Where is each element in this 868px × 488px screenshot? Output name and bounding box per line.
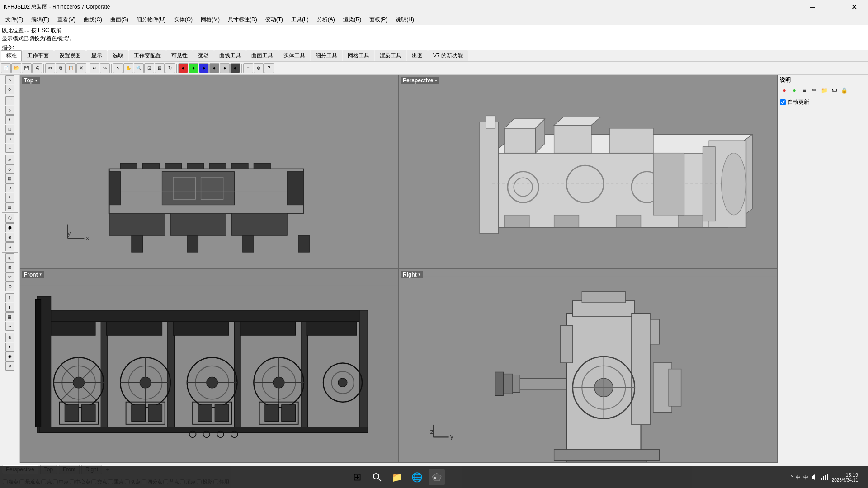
network-icon[interactable] xyxy=(821,474,828,481)
menu-mesh[interactable]: 网格(M) xyxy=(197,15,223,24)
menu-surface[interactable]: 曲面(S) xyxy=(107,15,132,24)
viewport-perspective[interactable]: Perspective ▼ xyxy=(399,75,778,269)
menu-edit[interactable]: 编辑(E) xyxy=(28,15,53,24)
lt-analyze2[interactable]: ⊚ xyxy=(5,361,14,371)
tab-setview[interactable]: 设置视图 xyxy=(54,50,86,61)
auto-update-checkbox[interactable] xyxy=(780,99,786,105)
viewport-front-label[interactable]: Front ▼ xyxy=(22,271,44,278)
menu-solid[interactable]: 实体(O) xyxy=(170,15,196,24)
rp-icon-folder[interactable]: 📁 xyxy=(820,86,829,95)
lt-analyze1[interactable]: ◉ xyxy=(5,352,14,361)
lt-loft[interactable]: ▥ xyxy=(5,202,14,211)
rp-icon-layers[interactable]: ≡ xyxy=(800,86,809,95)
menu-subdivide[interactable]: 细分物件(U) xyxy=(133,15,170,24)
menu-file[interactable]: 文件(F) xyxy=(2,15,27,24)
lt-transform2[interactable]: ⟲ xyxy=(5,282,14,291)
rp-icon-circle-red[interactable]: ● xyxy=(780,86,789,95)
zoom-selected-button[interactable]: ⊞ xyxy=(155,63,165,73)
viewport-perspective-label[interactable]: Perspective ▼ xyxy=(401,77,439,84)
cut-button[interactable]: ✂ xyxy=(45,63,55,73)
minimize-button[interactable]: ─ xyxy=(802,0,823,14)
lt-mesh1[interactable]: ⊞ xyxy=(5,253,14,263)
rotate-button[interactable]: ↻ xyxy=(165,63,175,73)
open-button[interactable]: 📂 xyxy=(11,63,21,73)
save-button[interactable]: 💾 xyxy=(22,63,32,73)
rp-icon-pencil[interactable]: ✏ xyxy=(810,86,819,95)
lt-line[interactable]: / xyxy=(5,115,14,124)
tab-viewport-config[interactable]: 工作窗配置 xyxy=(129,50,166,61)
color4-button[interactable]: ● xyxy=(220,63,230,73)
print-button[interactable]: 🖨 xyxy=(32,63,42,73)
copy-button[interactable]: ⧉ xyxy=(56,63,66,73)
lt-extrude[interactable]: ▤ xyxy=(5,174,14,183)
lt-arc[interactable]: ∩ xyxy=(5,134,14,143)
tab-display[interactable]: 显示 xyxy=(86,50,107,61)
lt-snap2[interactable]: ✦ xyxy=(5,343,14,352)
speaker-icon[interactable] xyxy=(811,474,818,481)
menu-analyze[interactable]: 分析(A) xyxy=(313,15,339,24)
color3-button[interactable]: ● xyxy=(209,63,219,73)
rp-icon-tag[interactable]: 🏷 xyxy=(830,86,839,95)
color2-button[interactable]: ● xyxy=(199,63,209,73)
lt-surface2[interactable]: ◇ xyxy=(5,164,14,174)
paste-button[interactable]: 📋 xyxy=(66,63,76,73)
lt-freeform[interactable]: ~ xyxy=(5,144,14,153)
tab-v7-new[interactable]: V7 的新功能 xyxy=(428,50,468,61)
tab-solid-tools[interactable]: 实体工具 xyxy=(278,50,310,61)
select-button[interactable]: ↖ xyxy=(113,63,123,73)
tab-select[interactable]: 选取 xyxy=(108,50,128,61)
rhino-button[interactable]: R xyxy=(429,469,445,485)
lt-surface1[interactable]: ▱ xyxy=(5,155,14,164)
delete-button[interactable]: ✕ xyxy=(76,63,86,73)
lt-annotate[interactable]: ⤵ xyxy=(5,293,14,302)
lt-curve1[interactable]: ⌒ xyxy=(5,96,14,105)
tab-curve-tools[interactable]: 曲线工具 xyxy=(214,50,246,61)
command-input[interactable] xyxy=(16,44,151,51)
lt-text[interactable]: T xyxy=(5,303,14,312)
pan-button[interactable]: ✋ xyxy=(123,63,133,73)
tab-subdivide-tools[interactable]: 细分工具 xyxy=(311,50,342,61)
rp-icon-circle-green[interactable]: ● xyxy=(790,86,799,95)
clock[interactable]: 15:19 2023/9/34:11 xyxy=(832,472,858,483)
menu-panel[interactable]: 面板(P) xyxy=(366,15,391,24)
tray-ime2[interactable]: 中 xyxy=(803,474,808,481)
tab-transform[interactable]: 变动 xyxy=(193,50,214,61)
lt-select[interactable]: ↖ xyxy=(5,75,14,84)
redo-button[interactable]: ↪ xyxy=(100,63,110,73)
menu-transform[interactable]: 变动(T) xyxy=(262,15,287,24)
tab-render-tools[interactable]: 渲染工具 xyxy=(375,50,406,61)
search-button[interactable] xyxy=(369,469,385,485)
tab-mesh-tools[interactable]: 网格工具 xyxy=(343,50,374,61)
lt-transform1[interactable]: ⟳ xyxy=(5,272,14,282)
show-desktop-button[interactable] xyxy=(862,469,864,485)
menu-curve[interactable]: 曲线(C) xyxy=(80,15,106,24)
tray-ime1[interactable]: 中 xyxy=(796,474,801,481)
lt-hatch[interactable]: ▦ xyxy=(5,312,14,321)
start-button[interactable]: ⊞ xyxy=(349,469,365,485)
viewport-right-label[interactable]: Right ▼ xyxy=(401,271,423,278)
viewport-front[interactable]: Front ▼ xyxy=(20,269,399,463)
material-button[interactable]: ● xyxy=(178,63,188,73)
file-explorer-button[interactable]: 📁 xyxy=(389,469,405,485)
new-file-button[interactable]: 📄 xyxy=(1,63,11,73)
zoom-button[interactable]: 🔍 xyxy=(134,63,144,73)
lt-solid2[interactable]: ⬢ xyxy=(5,223,14,232)
layer-button[interactable]: ≡ xyxy=(243,63,253,73)
edge-browser-button[interactable]: 🌐 xyxy=(409,469,425,485)
lt-select2[interactable]: ⊹ xyxy=(5,85,14,94)
menu-view[interactable]: 查看(V) xyxy=(54,15,79,24)
close-button[interactable]: ✕ xyxy=(844,0,864,14)
maximize-button[interactable]: □ xyxy=(823,0,844,14)
menu-dimension[interactable]: 尺寸标注(D) xyxy=(224,15,261,24)
lt-mesh2[interactable]: ⊟ xyxy=(5,263,14,272)
lt-rect[interactable]: □ xyxy=(5,125,14,134)
lt-sweep[interactable]: ⌇ xyxy=(5,193,14,202)
zoom-all-button[interactable]: ⊡ xyxy=(144,63,154,73)
tab-plot[interactable]: 出图 xyxy=(407,50,428,61)
tab-visibility[interactable]: 可见性 xyxy=(166,50,193,61)
lt-cap[interactable]: ⊃ xyxy=(5,242,14,251)
lt-curve2[interactable]: ○ xyxy=(5,106,14,115)
tab-standard[interactable]: 标准 xyxy=(1,50,22,61)
menu-render[interactable]: 渲染(R) xyxy=(340,15,365,24)
help-button[interactable]: ? xyxy=(264,63,274,73)
